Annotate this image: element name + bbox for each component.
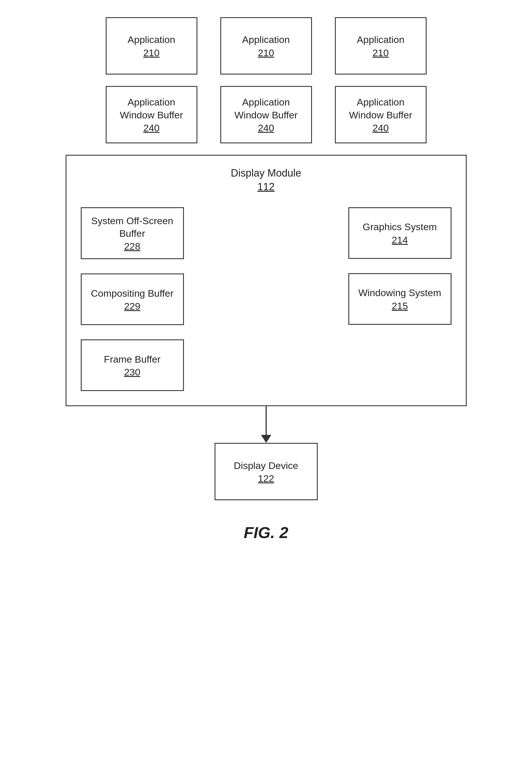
- graphics-system-box: Graphics System 214: [348, 207, 452, 259]
- compositing-buffer-box: Compositing Buffer 229: [81, 274, 184, 325]
- graphics-system-number: 214: [392, 235, 408, 246]
- windowing-system-number: 215: [392, 300, 408, 312]
- application-number-1: 210: [143, 47, 160, 59]
- window-buffer-number-3: 240: [372, 122, 389, 134]
- windowing-system-box: Windowing System 215: [348, 273, 452, 325]
- window-buffer-number-1: 240: [143, 122, 160, 134]
- application-label-2: Application: [242, 33, 290, 46]
- window-buffer-box-3: Application Window Buffer 240: [335, 86, 426, 143]
- window-buffer-label-2: Application Window Buffer: [228, 96, 304, 121]
- windowing-system-label: Windowing System: [358, 286, 441, 299]
- display-module-inner: System Off-Screen Buffer 228 Compositing…: [81, 207, 452, 391]
- display-device-label: Display Device: [234, 459, 298, 472]
- application-number-3: 210: [372, 47, 389, 59]
- window-buffer-label-3: Application Window Buffer: [343, 96, 419, 121]
- application-number-2: 210: [258, 47, 274, 59]
- window-buffer-box-2: Application Window Buffer 240: [220, 86, 312, 143]
- window-buffer-number-2: 240: [258, 122, 274, 134]
- figure-label: FIG. 2: [244, 523, 289, 542]
- application-box-1: Application 210: [106, 17, 197, 74]
- diagram-container: Application 210 Application 210 Applicat…: [66, 17, 467, 542]
- display-module-left: System Off-Screen Buffer 228 Compositing…: [81, 207, 184, 391]
- system-offscreen-buffer-box: System Off-Screen Buffer 228: [81, 207, 184, 259]
- display-module-right: Graphics System 214 Windowing System 215: [348, 207, 452, 325]
- arrow-section: [261, 406, 271, 443]
- system-offscreen-buffer-label: System Off-Screen Buffer: [87, 214, 177, 240]
- frame-buffer-box: Frame Buffer 230: [81, 340, 184, 391]
- window-buffer-row: Application Window Buffer 240 Applicatio…: [66, 86, 467, 143]
- display-module-label: Display Module: [81, 167, 452, 179]
- system-offscreen-buffer-number: 228: [124, 241, 140, 252]
- application-label-3: Application: [357, 33, 404, 46]
- frame-buffer-number: 230: [124, 367, 140, 378]
- display-module-container: Display Module 112 System Off-Screen Buf…: [66, 155, 467, 406]
- application-box-3: Application 210: [335, 17, 426, 74]
- window-buffer-label-1: Application Window Buffer: [113, 96, 190, 121]
- arrow-line: [266, 406, 267, 435]
- display-device-box: Display Device 122: [215, 443, 318, 500]
- arrow-head: [261, 435, 271, 443]
- application-row: Application 210 Application 210 Applicat…: [66, 17, 467, 74]
- window-buffer-box-1: Application Window Buffer 240: [106, 86, 197, 143]
- compositing-buffer-number: 229: [124, 301, 140, 312]
- display-device-number: 122: [258, 473, 274, 484]
- application-label-1: Application: [127, 33, 175, 46]
- graphics-system-label: Graphics System: [363, 220, 437, 233]
- display-module-number: 112: [81, 181, 452, 193]
- frame-buffer-label: Frame Buffer: [104, 353, 161, 365]
- compositing-buffer-label: Compositing Buffer: [91, 287, 174, 299]
- application-box-2: Application 210: [220, 17, 312, 74]
